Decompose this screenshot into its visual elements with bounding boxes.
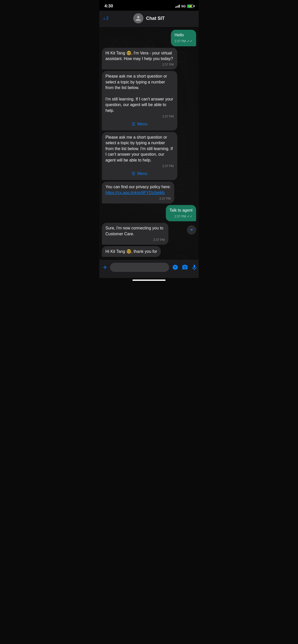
chevron-left-icon: ‹ [103,16,105,21]
message-row: Please ask me a short question or select… [102,71,196,130]
input-bar: + [99,260,199,278]
message-row: You can find our privacy policy here:htt… [102,182,196,203]
input-icons [172,264,197,270]
status-bar: 4:30 5G ⚡ [99,0,199,11]
menu-list-icon: ☰ [132,121,135,127]
sticker-svg [172,264,178,270]
message-bubble-received: Sure, I'm now connecting you to Customer… [102,223,168,245]
camera-svg [182,264,188,270]
message-bubble-sent: Talk to agent 2:37 PM ✓✓ [166,205,196,222]
contact-name: Chat SIT [146,16,165,21]
read-receipt-icon: ✓✓ [187,214,193,219]
chevron-down-icon [189,228,194,232]
network-label: 5G [181,4,186,8]
contact-info[interactable]: Chat SIT [116,13,182,23]
message-bubble-received: You can find our privacy policy here:htt… [102,182,174,203]
message-row: Hi Kit Tang 🤓, thank you for [102,246,196,257]
message-time: 2:37 PM [153,238,165,242]
message-text: You can find our privacy policy here:htt… [105,185,171,195]
avatar [133,13,143,23]
back-count: 2 [106,16,109,21]
message-text: Hi Kit Tang 🤓, I'm Vera - your virtual a… [105,51,173,61]
chat-area: Hello 2:37 PM ✓✓ Hi Kit Tang 🤓, I'm Vera… [99,27,199,260]
read-receipt-icon: ✓✓ [187,39,193,43]
menu-button[interactable]: ☰ Menu [105,168,174,178]
status-icons: 5G ⚡ [175,4,194,8]
message-time: 2:37 PM [174,39,186,43]
message-time: 2:37 PM [159,197,171,201]
message-bubble-received: Please ask me a short question or select… [102,132,177,180]
menu-label: Menu [137,171,147,177]
menu-label: Menu [137,121,147,127]
message-text: Please ask me a short question or select… [105,135,173,162]
chat-header: ‹ 2 Chat SIT [99,11,199,27]
message-text: Hello [174,33,184,37]
home-indicator [99,278,199,283]
message-row: Please ask me a short question or select… [102,132,196,180]
menu-list-icon: ☰ [132,171,135,177]
person-icon [135,15,141,21]
message-bubble-sent: Hello 2:37 PM ✓✓ [171,30,196,46]
message-text: Please ask me a short question or select… [105,74,173,112]
message-bubble-received: Please ask me a short question or select… [102,71,177,130]
message-text: Hi Kit Tang 🤓, thank you for [105,249,157,254]
message-time: 2:37 PM [162,164,174,168]
scroll-to-bottom-button[interactable] [187,225,196,235]
home-bar [132,280,166,281]
message-time: 2:37 PM [162,63,174,67]
microphone-icon[interactable] [192,264,197,270]
message-time: 2:37 PM [162,114,174,119]
message-row: Sure, I'm now connecting you to Customer… [102,223,185,245]
privacy-link[interactable]: https://cx.app.link/e/6FYDz0ielkb [105,191,165,195]
microphone-svg [192,264,197,270]
message-text: Sure, I'm now connecting you to Customer… [105,226,163,236]
signal-bars-icon [175,5,180,8]
message-input[interactable] [110,263,169,272]
message-row: Hi Kit Tang 🤓, I'm Vera - your virtual a… [102,48,196,70]
back-button[interactable]: ‹ 2 [103,16,116,21]
camera-icon[interactable] [182,264,188,270]
battery-icon: ⚡ [187,5,194,8]
message-row-with-scroll: Sure, I'm now connecting you to Customer… [102,223,196,245]
status-time: 4:30 [104,4,113,9]
message-bubble-received: Hi Kit Tang 🤓, I'm Vera - your virtual a… [102,48,177,70]
sticker-icon[interactable] [172,264,178,270]
add-button[interactable]: + [103,264,107,271]
menu-button[interactable]: ☰ Menu [105,119,174,128]
message-time: 2:37 PM [174,214,186,219]
message-bubble-received-partial: Hi Kit Tang 🤓, thank you for [102,246,161,257]
message-row: Talk to agent 2:37 PM ✓✓ [102,205,196,222]
message-row: Hello 2:37 PM ✓✓ [102,30,196,46]
message-text: Talk to agent [169,208,193,212]
